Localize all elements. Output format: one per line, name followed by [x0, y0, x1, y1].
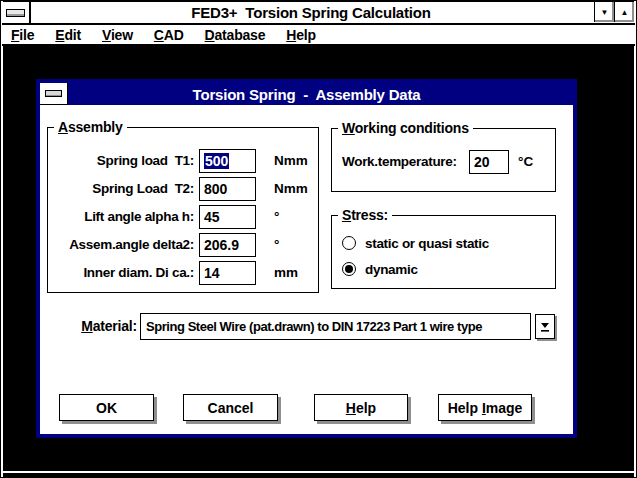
- inner-diam-value: 14: [204, 265, 220, 281]
- working-conditions-legend: Working conditions: [338, 120, 473, 136]
- assembly-legend: Assembly: [54, 119, 127, 135]
- radio-static-label: static or quasi static: [365, 236, 489, 251]
- stress-option-dynamic-row: dynamic: [332, 262, 555, 278]
- cancel-button[interactable]: Cancel: [183, 394, 278, 421]
- menu-item-file[interactable]: File: [11, 27, 34, 43]
- menu-item-database[interactable]: Database: [205, 27, 266, 43]
- ok-button[interactable]: OK: [59, 394, 154, 421]
- assembly-groupbox: Assembly Spring load T1: 500 Nmm Spring …: [47, 127, 319, 293]
- window-frame-right: [634, 1, 636, 477]
- dialog-system-menu-button[interactable]: [40, 83, 68, 105]
- radio-dynamic[interactable]: [342, 262, 356, 276]
- window-title: FED3+ Torsion Spring Calculation: [32, 2, 590, 23]
- working-conditions-groupbox: Working conditions Work.temperature: 20 …: [331, 128, 556, 192]
- assem-angle-value: 206.9: [204, 237, 239, 253]
- assem-angle-input[interactable]: 206.9: [199, 233, 256, 257]
- assem-angle-label: Assem.angle delta2:: [48, 237, 194, 252]
- dialog-titlebar: Torsion Spring - Assembly Data: [40, 83, 573, 105]
- dialog-title: Torsion Spring - Assembly Data: [70, 83, 543, 105]
- menu-item-edit[interactable]: Edit: [55, 27, 81, 43]
- dialog-system-menu-icon: [45, 90, 62, 97]
- spring-load-t2-value: 800: [204, 181, 227, 197]
- lift-angle-row: Lift angle alpha h: 45 °: [48, 205, 318, 229]
- material-combobox[interactable]: Spring Steel Wire (pat.drawn) to DIN 172…: [140, 313, 531, 340]
- lift-angle-unit: °: [274, 209, 279, 224]
- stress-legend: Stress:: [338, 207, 392, 223]
- spring-load-t1-unit: Nmm: [274, 153, 308, 168]
- inner-diam-input[interactable]: 14: [199, 261, 256, 285]
- help-image-button[interactable]: Help Image: [438, 394, 532, 421]
- lift-angle-input[interactable]: 45: [199, 205, 256, 229]
- spring-load-t2-label: Spring Load T2:: [48, 181, 194, 196]
- material-dropdown-button[interactable]: [535, 314, 555, 339]
- menu-item-cad[interactable]: CAD: [154, 27, 184, 43]
- spring-load-t1-input[interactable]: 500: [199, 149, 256, 173]
- menu-bar: File Edit View CAD Database Help: [2, 25, 635, 46]
- material-value: Spring Steel Wire (pat.drawn) to DIN 172…: [146, 319, 482, 334]
- menu-item-view[interactable]: View: [102, 27, 133, 43]
- window-frame-left: [1, 1, 3, 477]
- window-buttons: ▼ ▲: [594, 2, 634, 23]
- work-temperature-value: 20: [474, 154, 490, 170]
- menu-item-help[interactable]: Help: [286, 27, 316, 43]
- lift-angle-value: 45: [204, 209, 220, 225]
- dialog-content: Assembly Spring load T1: 500 Nmm Spring …: [40, 105, 573, 434]
- assembly-data-dialog: Torsion Spring - Assembly Data Assembly …: [36, 79, 577, 438]
- system-menu-icon: [6, 9, 25, 17]
- inner-diam-label: Inner diam. Di ca.:: [48, 265, 194, 280]
- work-temperature-row: Work.temperature: 20 °C: [332, 150, 555, 174]
- assem-angle-row: Assem.angle delta2: 206.9 °: [48, 233, 318, 257]
- work-temperature-label: Work.temperature:: [342, 154, 457, 169]
- inner-diam-row: Inner diam. Di ca.: 14 mm: [48, 261, 318, 285]
- minimize-button[interactable]: ▼: [594, 2, 614, 22]
- spring-load-t2-unit: Nmm: [274, 181, 308, 196]
- inner-diam-unit: mm: [274, 265, 298, 280]
- maximize-icon: ▲: [621, 8, 629, 17]
- help-button[interactable]: Help: [314, 394, 408, 421]
- lift-angle-label: Lift angle alpha h:: [48, 209, 194, 224]
- work-temperature-unit: °C: [518, 154, 533, 169]
- radio-static-or-quasi-static[interactable]: [342, 236, 356, 250]
- stress-option-static-row: static or quasi static: [332, 236, 555, 252]
- dropdown-arrow-icon: [540, 322, 550, 332]
- maximize-button[interactable]: ▲: [614, 2, 634, 22]
- window-frame-bottom: [3, 471, 634, 473]
- spring-load-t1-value: 500: [204, 153, 229, 169]
- spring-load-t1-row: Spring load T1: 500 Nmm: [48, 149, 318, 173]
- minimize-icon: ▼: [601, 8, 609, 17]
- spring-load-t2-input[interactable]: 800: [199, 177, 256, 201]
- assem-angle-unit: °: [274, 237, 279, 252]
- material-label: Material:: [60, 318, 137, 334]
- radio-dynamic-label: dynamic: [365, 262, 418, 277]
- stress-groupbox: Stress: static or quasi static dynamic: [331, 215, 556, 289]
- spring-load-t1-label: Spring load T1:: [48, 153, 194, 168]
- spring-load-t2-row: Spring Load T2: 800 Nmm: [48, 177, 318, 201]
- system-menu-button[interactable]: [2, 2, 31, 23]
- window-titlebar: FED3+ Torsion Spring Calculation ▼ ▲: [2, 2, 635, 25]
- work-temperature-input[interactable]: 20: [469, 150, 509, 174]
